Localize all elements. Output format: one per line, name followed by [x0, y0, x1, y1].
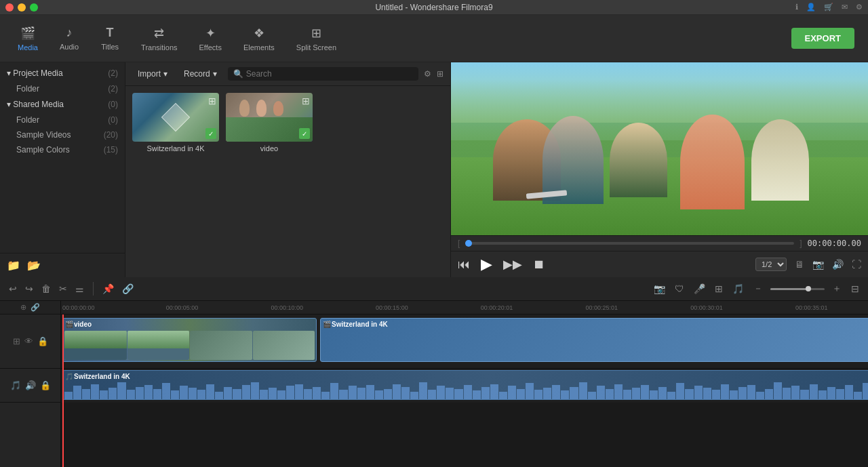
- export-button[interactable]: EXPORT: [791, 28, 854, 49]
- switzerland-clip[interactable]: 🎬 Switzerland in 4K: [320, 318, 868, 362]
- maximize-button[interactable]: [30, 3, 38, 12]
- ruler-mark-6: 00:00:30:01: [690, 304, 723, 311]
- zoom-in-icon[interactable]: ＋: [830, 281, 844, 297]
- tab-splitscreen[interactable]: ⊞ Split Screen: [285, 20, 347, 57]
- grid-view-icon[interactable]: ⊞: [437, 69, 443, 79]
- media-item-video[interactable]: ⊞ ✓ video: [226, 93, 313, 153]
- titles-icon: T: [106, 26, 114, 40]
- tracks-area: 🎬 video: [61, 314, 868, 467]
- media-icons: ⚙ ⊞: [424, 69, 443, 79]
- filter-icon[interactable]: ⚙: [424, 69, 431, 79]
- add-folder-icon[interactable]: 📁: [7, 259, 20, 272]
- shield-icon[interactable]: 🛡: [673, 281, 686, 296]
- minimize-button[interactable]: [18, 3, 26, 12]
- tab-effects-label: Effects: [199, 43, 222, 52]
- tab-titles[interactable]: T Titles: [90, 20, 130, 56]
- ruler-mark-0: 00:00:00:00: [62, 304, 95, 311]
- ruler-mark-1: 00:00:05:00: [166, 304, 199, 311]
- video-scene: [451, 62, 868, 235]
- audio-clip-switzerland[interactable]: Switzerland in 4K 🎵: [62, 370, 868, 400]
- settings-icon[interactable]: ⚙: [856, 3, 863, 12]
- audio-track-control: 🎵 🔊 🔒: [0, 369, 60, 403]
- search-input[interactable]: [246, 69, 413, 79]
- audio-mix-icon[interactable]: 🎵: [730, 281, 746, 296]
- sidebar-item-shared-folder[interactable]: Folder (0): [0, 113, 125, 127]
- tab-media-label: Media: [18, 43, 38, 52]
- preview-scrubber-bar: [ ] 00:00:00.00: [451, 235, 868, 251]
- playhead[interactable]: [62, 314, 64, 467]
- info-icon[interactable]: ℹ: [795, 3, 798, 12]
- remove-folder-icon[interactable]: 📂: [27, 259, 41, 272]
- overlay-icon[interactable]: ⊞: [713, 281, 725, 296]
- tab-audio[interactable]: ♪ Audio: [49, 20, 90, 56]
- delete-icon[interactable]: 🗑: [39, 281, 53, 296]
- fast-forward-button[interactable]: ▶▶: [503, 257, 522, 272]
- bracket-left-icon: [: [458, 239, 460, 248]
- video-clip[interactable]: 🎬 video: [62, 318, 317, 362]
- link-icon[interactable]: 🔗: [120, 281, 136, 296]
- redo-icon[interactable]: ↪: [23, 281, 35, 296]
- volume-track-icon[interactable]: 🔊: [25, 380, 36, 390]
- timeline-section: ↩ ↪ 🗑 ✂ ⚌ 📌 🔗 📷 🛡 🎤 ⊞ 🎵 －: [0, 277, 868, 467]
- split-icon[interactable]: ⚌: [73, 281, 86, 296]
- timeline-scrubber[interactable]: [465, 242, 794, 245]
- sidebar: ▾ Project Media (2) Folder (2) ▾ Shared …: [0, 62, 125, 277]
- zoom-select[interactable]: 1/2 1/1 1/4: [755, 258, 787, 271]
- sidebar-item-sample-colors[interactable]: Sample Colors (15): [0, 142, 125, 157]
- fullscreen-icon[interactable]: ⛶: [852, 259, 861, 270]
- audio-lock-icon[interactable]: 🔒: [40, 380, 51, 390]
- camera-icon[interactable]: 📷: [652, 281, 667, 296]
- titlebar: Untitled - Wondershare Filmora9 ℹ 👤 🛒 ✉ …: [0, 0, 868, 15]
- play-button[interactable]: ▶: [481, 256, 492, 273]
- sidebar-group-project-media[interactable]: ▾ Project Media (2): [0, 65, 125, 81]
- eye-icon[interactable]: 👁: [24, 336, 33, 346]
- timeline-settings-icon[interactable]: ⊟: [849, 281, 861, 296]
- tab-splitscreen-label: Split Screen: [296, 43, 336, 52]
- music-icon[interactable]: 🎵: [10, 380, 21, 390]
- close-button[interactable]: [5, 3, 14, 12]
- timeline-right-tools: 📷 🛡 🎤 ⊞ 🎵 － ＋ ⊟: [652, 281, 861, 297]
- import-dropdown[interactable]: Import ▾: [132, 66, 173, 81]
- rewind-button[interactable]: ⏮: [458, 258, 470, 272]
- transitions-icon: ⇄: [154, 26, 164, 41]
- scrubber-handle[interactable]: [465, 240, 472, 247]
- magnet-icon[interactable]: 📌: [100, 281, 116, 296]
- ruler-mark-3: 00:00:15:00: [376, 304, 408, 311]
- preview-panel: [ ] 00:00:00.00 ⏮ ▶ ▶▶ ⏹ 1/2 1/1: [451, 62, 868, 277]
- screen-icon[interactable]: 🖥: [795, 259, 804, 270]
- record-dropdown[interactable]: Record ▾: [178, 66, 222, 81]
- tab-media[interactable]: 🎬 Media: [7, 20, 49, 57]
- ruler-mark-5: 00:00:25:01: [586, 304, 618, 311]
- tab-effects[interactable]: ✦ Effects: [189, 20, 233, 57]
- zoom-slider[interactable]: [770, 288, 825, 290]
- zoom-slider-thumb[interactable]: [806, 286, 811, 291]
- media-item-switzerland[interactable]: ⊞ ✓ Switzerland in 4K: [132, 93, 219, 153]
- sidebar-group-shared-media[interactable]: ▾ Shared Media (0): [0, 96, 125, 113]
- track-add-icon[interactable]: ⊕: [20, 303, 26, 312]
- track-chain-icon[interactable]: 🔗: [31, 303, 40, 312]
- tab-audio-label: Audio: [60, 43, 79, 51]
- switzerland-clip-label: Switzerland in 4K: [332, 321, 388, 328]
- zoom-out-icon[interactable]: －: [751, 281, 765, 297]
- tab-elements[interactable]: ❖ Elements: [233, 20, 285, 57]
- grid-track-icon[interactable]: ⊞: [13, 336, 20, 346]
- tab-transitions[interactable]: ⇄ Transitions: [130, 20, 188, 57]
- undo-icon[interactable]: ↩: [7, 281, 19, 296]
- video-clip-label: video: [74, 321, 92, 328]
- screenshot-icon[interactable]: 📷: [812, 259, 824, 270]
- media-icon: 🎬: [20, 26, 35, 41]
- record-label: Record: [184, 69, 210, 79]
- tracks-container: ⊞ 👁 🔒 🎵 🔊 🔒: [0, 314, 868, 467]
- user-icon[interactable]: 👤: [806, 3, 816, 12]
- sidebar-item-project-folder[interactable]: Folder (2): [0, 81, 125, 96]
- shared-media-label: ▾ Shared Media: [7, 100, 64, 109]
- sidebar-item-sample-videos[interactable]: Sample Videos (20): [0, 127, 125, 142]
- cart-icon[interactable]: 🛒: [824, 3, 833, 12]
- app-layout: ▾ Project Media (2) Folder (2) ▾ Shared …: [0, 62, 868, 467]
- mic-icon[interactable]: 🎤: [692, 281, 707, 296]
- lock-icon[interactable]: 🔒: [37, 336, 48, 346]
- mail-icon[interactable]: ✉: [842, 3, 848, 12]
- stop-button[interactable]: ⏹: [533, 258, 545, 272]
- volume-icon[interactable]: 🔊: [832, 259, 844, 270]
- cut-icon[interactable]: ✂: [57, 281, 69, 296]
